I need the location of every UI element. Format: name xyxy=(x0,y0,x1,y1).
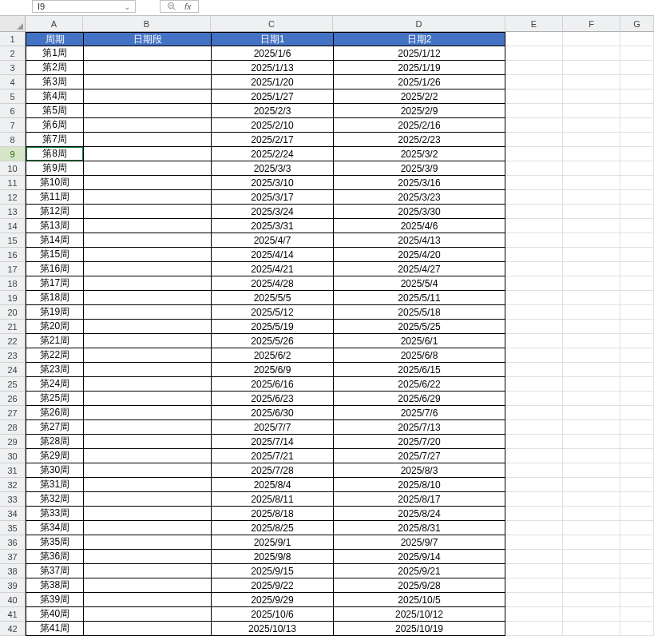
cell[interactable] xyxy=(563,363,620,377)
cell[interactable] xyxy=(83,348,211,363)
row-header[interactable]: 11 xyxy=(0,176,26,190)
cell[interactable]: 第14周 xyxy=(26,233,83,248)
cell[interactable]: 第10周 xyxy=(26,176,83,190)
cell[interactable] xyxy=(563,248,620,262)
cell[interactable] xyxy=(505,377,563,392)
cell[interactable]: 2025/1/19 xyxy=(333,61,505,75)
cell[interactable]: 2025/1/27 xyxy=(211,89,333,104)
cell[interactable] xyxy=(620,262,654,276)
cell[interactable]: 2025/5/5 xyxy=(211,291,333,305)
cell[interactable]: 2025/9/28 xyxy=(333,578,505,593)
cell[interactable]: 第39周 xyxy=(26,593,83,607)
cell[interactable] xyxy=(620,46,654,61)
cell[interactable]: 第8周 xyxy=(26,147,83,161)
cell[interactable]: 2025/1/20 xyxy=(211,75,333,89)
cell[interactable] xyxy=(505,550,563,564)
cell[interactable]: 2025/8/31 xyxy=(333,521,505,535)
cell[interactable] xyxy=(620,550,654,564)
cell[interactable]: 2025/7/13 xyxy=(333,420,505,435)
cell[interactable]: 2025/4/20 xyxy=(333,248,505,262)
cell[interactable] xyxy=(563,276,620,291)
cell[interactable] xyxy=(620,449,654,463)
cell[interactable]: 2025/3/17 xyxy=(211,190,333,205)
cell[interactable] xyxy=(83,607,211,622)
cell[interactable]: 2025/10/13 xyxy=(211,622,333,636)
cell[interactable] xyxy=(505,61,563,75)
cell[interactable] xyxy=(620,305,654,320)
cell[interactable]: 第29周 xyxy=(26,449,83,463)
cell[interactable]: 第34周 xyxy=(26,521,83,535)
cell[interactable] xyxy=(505,219,563,233)
cell[interactable] xyxy=(620,435,654,449)
cell[interactable] xyxy=(83,262,211,276)
cell[interactable] xyxy=(620,219,654,233)
cell[interactable] xyxy=(83,233,211,248)
cell[interactable] xyxy=(83,363,211,377)
cell[interactable] xyxy=(620,61,654,75)
cell[interactable]: 2025/9/22 xyxy=(211,578,333,593)
cell[interactable] xyxy=(563,607,620,622)
cell[interactable] xyxy=(505,205,563,219)
cell[interactable]: 2025/7/7 xyxy=(211,420,333,435)
cell[interactable]: 2025/10/6 xyxy=(211,607,333,622)
select-all-corner[interactable] xyxy=(0,16,26,32)
column-header-G[interactable]: G xyxy=(620,16,654,32)
cell[interactable] xyxy=(563,233,620,248)
cell[interactable] xyxy=(505,535,563,550)
cell[interactable] xyxy=(620,578,654,593)
cell[interactable]: 2025/10/5 xyxy=(333,593,505,607)
cell[interactable]: 2025/1/6 xyxy=(211,46,333,61)
cell[interactable]: 2025/9/15 xyxy=(211,564,333,578)
cell[interactable]: 2025/3/16 xyxy=(333,176,505,190)
cell[interactable]: 2025/7/20 xyxy=(333,435,505,449)
row-header[interactable]: 42 xyxy=(0,622,26,636)
column-header-B[interactable]: B xyxy=(83,16,211,32)
cell[interactable] xyxy=(505,622,563,636)
cell[interactable] xyxy=(620,233,654,248)
cell[interactable]: 2025/2/17 xyxy=(211,133,333,147)
row-header[interactable]: 36 xyxy=(0,535,26,550)
cell[interactable]: 日期1 xyxy=(211,32,333,46)
cell[interactable]: 第17周 xyxy=(26,276,83,291)
cell[interactable]: 第35周 xyxy=(26,535,83,550)
row-header[interactable]: 21 xyxy=(0,320,26,334)
cell[interactable]: 第1周 xyxy=(26,46,83,61)
row-header[interactable]: 12 xyxy=(0,190,26,205)
cell[interactable]: 第20周 xyxy=(26,320,83,334)
cell[interactable] xyxy=(505,492,563,507)
cell[interactable]: 日期2 xyxy=(333,32,505,46)
cell[interactable]: 第26周 xyxy=(26,406,83,420)
cell[interactable] xyxy=(83,564,211,578)
cell[interactable] xyxy=(563,118,620,133)
cell[interactable] xyxy=(563,449,620,463)
cell[interactable] xyxy=(83,622,211,636)
formula-area[interactable]: fx xyxy=(160,0,199,13)
cell[interactable]: 2025/9/14 xyxy=(333,550,505,564)
cell[interactable] xyxy=(83,276,211,291)
cell[interactable] xyxy=(563,578,620,593)
cell[interactable] xyxy=(563,291,620,305)
cell[interactable]: 2025/5/11 xyxy=(333,291,505,305)
cell[interactable] xyxy=(505,578,563,593)
cell[interactable] xyxy=(620,622,654,636)
row-header[interactable]: 23 xyxy=(0,348,26,363)
row-header[interactable]: 35 xyxy=(0,521,26,535)
cell[interactable] xyxy=(563,535,620,550)
cell[interactable] xyxy=(620,363,654,377)
cell[interactable]: 第5周 xyxy=(26,104,83,118)
cell[interactable] xyxy=(83,190,211,205)
cell[interactable] xyxy=(505,521,563,535)
cell[interactable] xyxy=(563,75,620,89)
cell[interactable]: 2025/7/27 xyxy=(333,449,505,463)
cell[interactable] xyxy=(563,176,620,190)
cell[interactable]: 第30周 xyxy=(26,463,83,478)
row-header[interactable]: 31 xyxy=(0,463,26,478)
row-header[interactable]: 7 xyxy=(0,118,26,133)
cell[interactable] xyxy=(505,478,563,492)
cell[interactable]: 2025/8/10 xyxy=(333,478,505,492)
cell[interactable] xyxy=(563,133,620,147)
cell[interactable] xyxy=(505,449,563,463)
cell[interactable] xyxy=(563,161,620,176)
row-header[interactable]: 28 xyxy=(0,420,26,435)
cell[interactable]: 2025/9/29 xyxy=(211,593,333,607)
